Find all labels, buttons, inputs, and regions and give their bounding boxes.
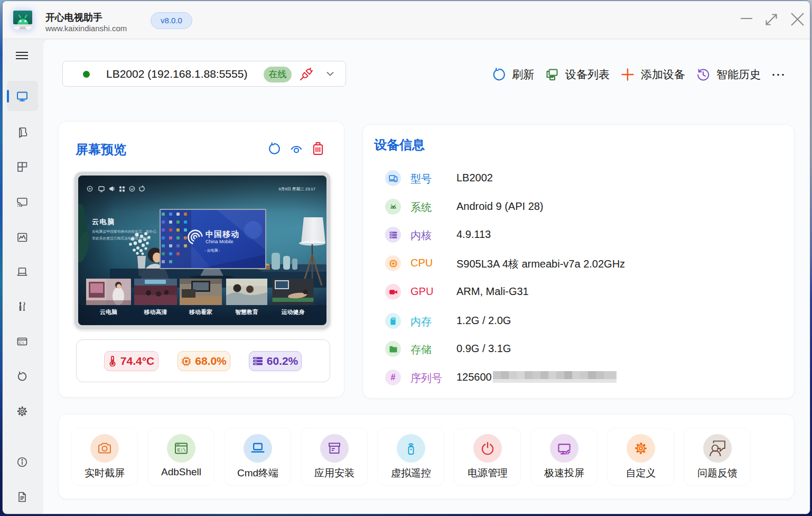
svg-text:云电脑是中国移动推出的轻生活、智办公、: 云电脑是中国移动推出的轻生活、智办公、 [92,229,160,234]
svg-text:云电脑: 云电脑 [92,218,115,226]
svg-text:- 云电脑 -: - 云电脑 - [204,248,220,252]
svg-text:China Mobile: China Mobile [206,239,234,244]
svg-text:C:\: C:\ [178,448,186,453]
svg-text:享娱乐的灵活订阅式云电脑租赁服务。: 享娱乐的灵活订阅式云电脑租赁服务。 [92,236,153,241]
svg-text:智慧教育: 智慧教育 [235,308,258,315]
svg-text:移动看家: 移动看家 [189,309,212,315]
svg-text:中国移动: 中国移动 [206,229,239,238]
svg-text:9月9日 星期二 23:17: 9月9日 星期二 23:17 [278,187,315,191]
svg-text:运动健身: 运动健身 [281,309,305,315]
svg-text:C:\: C:\ [19,340,25,345]
svg-text:云电脑: 云电脑 [100,309,117,315]
svg-text:移动高清: 移动高清 [144,309,167,315]
